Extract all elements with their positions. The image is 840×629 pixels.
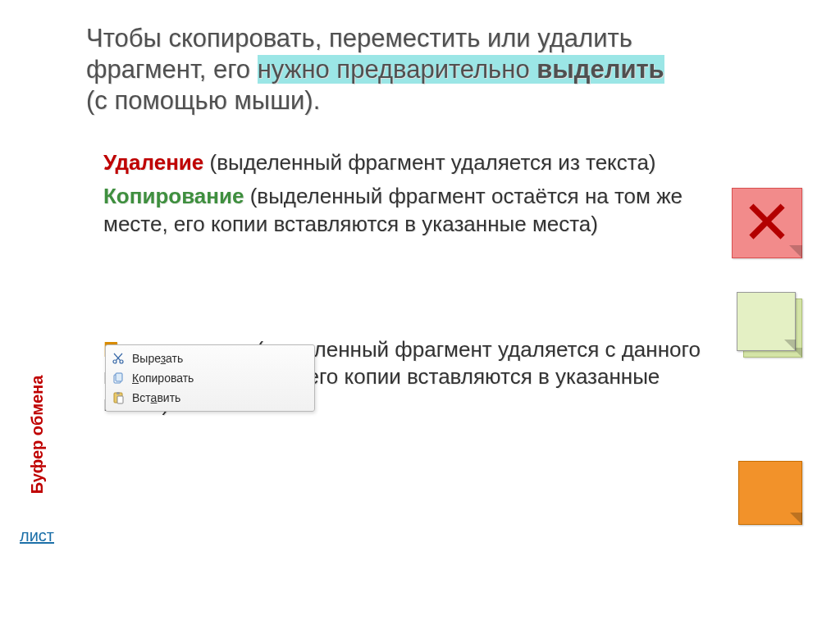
svg-rect-6: [117, 396, 123, 403]
paragraph-delete: Удаление (выделенный фрагмент удаляется …: [103, 149, 727, 176]
svg-point-1: [120, 360, 123, 363]
link-sheet[interactable]: лист: [20, 526, 54, 545]
paste-icon: [111, 390, 126, 405]
keyword-copy: Копирование: [103, 184, 244, 208]
scissors-icon: [111, 351, 126, 366]
note-copy: [737, 292, 804, 359]
copy-icon: [111, 371, 126, 385]
slide: { "title": { "line1": "Чтобы скопировать…: [0, 0, 840, 629]
note-delete: ✕: [732, 188, 802, 258]
slide-title: Чтобы скопировать, переместить или удали…: [86, 23, 710, 116]
menu-item-copy[interactable]: Копировать: [106, 368, 314, 388]
close-x-icon: ✕: [733, 189, 801, 258]
menu-item-cut[interactable]: Вырезать: [106, 349, 314, 368]
title-line3: (с помощью мыши).: [86, 86, 320, 115]
keyword-delete: Удаление: [103, 150, 203, 175]
menu-item-paste[interactable]: Вставить: [106, 388, 314, 408]
menu-label-cut: Вырезать: [132, 352, 183, 365]
svg-rect-5: [116, 392, 120, 394]
note-move: [738, 461, 802, 525]
title-highlight: нужно предварительно выделить: [258, 55, 664, 84]
svg-point-0: [113, 360, 116, 363]
menu-label-paste: Вставить: [132, 391, 180, 404]
title-line1: Чтобы скопировать, переместить или удали…: [86, 24, 632, 52]
menu-label-copy: Копировать: [132, 371, 194, 385]
note-front-icon: [737, 292, 796, 351]
sidebar-clipboard-label: Буфер обмена: [28, 376, 47, 495]
svg-rect-3: [116, 373, 122, 381]
paragraph-copy: Копирование (выделенный фрагмент остаётс…: [103, 183, 727, 238]
title-line2-prefix: фрагмент, его: [86, 55, 258, 84]
context-menu: Вырезать Копировать Вставить: [105, 344, 315, 412]
